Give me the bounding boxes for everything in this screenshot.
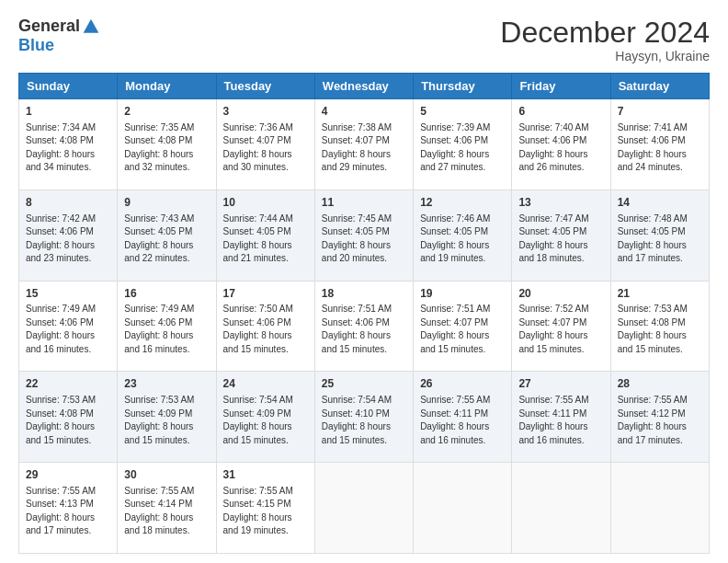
weekday-header: Friday <box>512 74 610 99</box>
day-number: 23 <box>124 376 209 392</box>
logo-blue: Blue <box>18 36 54 55</box>
calendar-day-cell: 29Sunrise: 7:55 AMSunset: 4:13 PMDayligh… <box>19 463 118 554</box>
day-number: 27 <box>518 376 603 392</box>
day-info: Sunrise: 7:54 AMSunset: 4:10 PMDaylight:… <box>322 395 392 445</box>
day-number: 1 <box>26 104 110 120</box>
day-info: Sunrise: 7:49 AMSunset: 4:06 PMDaylight:… <box>124 304 194 354</box>
svg-marker-0 <box>84 18 99 32</box>
month-title: December 2024 <box>500 17 710 49</box>
day-info: Sunrise: 7:55 AMSunset: 4:14 PMDaylight:… <box>124 486 194 536</box>
calendar-day-cell: 31Sunrise: 7:55 AMSunset: 4:15 PMDayligh… <box>216 463 314 554</box>
location: Haysyn, Ukraine <box>500 49 710 63</box>
day-number: 7 <box>618 104 702 120</box>
calendar-day-cell: 3Sunrise: 7:36 AMSunset: 4:07 PMDaylight… <box>216 99 314 190</box>
day-info: Sunrise: 7:52 AMSunset: 4:07 PMDaylight:… <box>518 304 588 354</box>
calendar-day-cell: 2Sunrise: 7:35 AMSunset: 4:08 PMDaylight… <box>118 99 216 190</box>
calendar-day-cell: 19Sunrise: 7:51 AMSunset: 4:07 PMDayligh… <box>414 281 512 372</box>
calendar-day-cell: 21Sunrise: 7:53 AMSunset: 4:08 PMDayligh… <box>610 281 709 372</box>
day-number: 11 <box>322 195 406 211</box>
day-number: 30 <box>124 467 209 483</box>
calendar-day-cell <box>314 463 413 554</box>
logo: General Blue <box>18 17 100 55</box>
calendar-day-cell: 26Sunrise: 7:55 AMSunset: 4:11 PMDayligh… <box>414 372 512 463</box>
day-info: Sunrise: 7:43 AMSunset: 4:05 PMDaylight:… <box>124 213 194 264</box>
day-number: 26 <box>420 376 505 392</box>
day-info: Sunrise: 7:54 AMSunset: 4:09 PMDaylight:… <box>223 395 293 445</box>
day-info: Sunrise: 7:42 AMSunset: 4:06 PMDaylight:… <box>26 213 96 264</box>
day-info: Sunrise: 7:46 AMSunset: 4:05 PMDaylight:… <box>420 213 490 264</box>
calendar-week-row: 15Sunrise: 7:49 AMSunset: 4:06 PMDayligh… <box>19 281 710 372</box>
day-number: 16 <box>124 286 209 302</box>
day-number: 15 <box>26 286 110 302</box>
day-info: Sunrise: 7:38 AMSunset: 4:07 PMDaylight:… <box>322 122 392 173</box>
calendar-day-cell: 17Sunrise: 7:50 AMSunset: 4:06 PMDayligh… <box>216 281 314 372</box>
calendar-day-cell: 10Sunrise: 7:44 AMSunset: 4:05 PMDayligh… <box>216 190 314 281</box>
day-info: Sunrise: 7:47 AMSunset: 4:05 PMDaylight:… <box>518 213 588 264</box>
weekday-header: Tuesday <box>216 74 314 99</box>
calendar-day-cell: 5Sunrise: 7:39 AMSunset: 4:06 PMDaylight… <box>414 99 512 190</box>
calendar-day-cell: 12Sunrise: 7:46 AMSunset: 4:05 PMDayligh… <box>414 190 512 281</box>
day-number: 9 <box>124 195 209 211</box>
day-number: 10 <box>223 195 308 211</box>
day-info: Sunrise: 7:55 AMSunset: 4:15 PMDaylight:… <box>223 486 293 536</box>
day-info: Sunrise: 7:36 AMSunset: 4:07 PMDaylight:… <box>223 122 293 173</box>
logo-icon <box>82 17 100 36</box>
calendar-day-cell: 7Sunrise: 7:41 AMSunset: 4:06 PMDaylight… <box>610 99 709 190</box>
day-number: 29 <box>26 467 110 483</box>
page: General Blue December 2024 Haysyn, Ukrai… <box>0 0 728 563</box>
day-info: Sunrise: 7:39 AMSunset: 4:06 PMDaylight:… <box>420 122 490 173</box>
calendar-week-row: 1Sunrise: 7:34 AMSunset: 4:08 PMDaylight… <box>19 99 710 190</box>
calendar-day-cell: 4Sunrise: 7:38 AMSunset: 4:07 PMDaylight… <box>314 99 413 190</box>
day-number: 3 <box>223 104 308 120</box>
calendar-week-row: 29Sunrise: 7:55 AMSunset: 4:13 PMDayligh… <box>19 463 710 554</box>
calendar-day-cell: 14Sunrise: 7:48 AMSunset: 4:05 PMDayligh… <box>610 190 709 281</box>
day-number: 13 <box>518 195 603 211</box>
day-info: Sunrise: 7:53 AMSunset: 4:08 PMDaylight:… <box>618 304 688 354</box>
day-info: Sunrise: 7:55 AMSunset: 4:11 PMDaylight:… <box>518 395 588 445</box>
weekday-header: Thursday <box>414 74 512 99</box>
day-number: 6 <box>518 104 603 120</box>
day-number: 20 <box>518 286 603 302</box>
day-info: Sunrise: 7:51 AMSunset: 4:06 PMDaylight:… <box>322 304 392 354</box>
weekday-header: Sunday <box>19 74 118 99</box>
day-info: Sunrise: 7:55 AMSunset: 4:11 PMDaylight:… <box>420 395 490 445</box>
calendar-day-cell: 27Sunrise: 7:55 AMSunset: 4:11 PMDayligh… <box>512 372 610 463</box>
day-number: 25 <box>322 376 406 392</box>
calendar-day-cell: 15Sunrise: 7:49 AMSunset: 4:06 PMDayligh… <box>19 281 118 372</box>
day-info: Sunrise: 7:40 AMSunset: 4:06 PMDaylight:… <box>518 122 588 173</box>
day-info: Sunrise: 7:45 AMSunset: 4:05 PMDaylight:… <box>322 213 392 264</box>
calendar-day-cell <box>610 463 709 554</box>
day-number: 28 <box>618 376 702 392</box>
calendar-day-cell: 6Sunrise: 7:40 AMSunset: 4:06 PMDaylight… <box>512 99 610 190</box>
day-number: 21 <box>618 286 702 302</box>
calendar-day-cell <box>414 463 512 554</box>
day-info: Sunrise: 7:41 AMSunset: 4:06 PMDaylight:… <box>618 122 688 173</box>
day-number: 8 <box>26 195 110 211</box>
calendar-day-cell: 23Sunrise: 7:53 AMSunset: 4:09 PMDayligh… <box>118 372 216 463</box>
day-info: Sunrise: 7:55 AMSunset: 4:12 PMDaylight:… <box>618 395 688 445</box>
calendar-day-cell: 8Sunrise: 7:42 AMSunset: 4:06 PMDaylight… <box>19 190 118 281</box>
day-number: 4 <box>322 104 406 120</box>
day-number: 5 <box>420 104 505 120</box>
day-number: 19 <box>420 286 505 302</box>
calendar-day-cell: 13Sunrise: 7:47 AMSunset: 4:05 PMDayligh… <box>512 190 610 281</box>
calendar-day-cell <box>512 463 610 554</box>
day-info: Sunrise: 7:44 AMSunset: 4:05 PMDaylight:… <box>223 213 293 264</box>
header: General Blue December 2024 Haysyn, Ukrai… <box>18 17 710 63</box>
calendar-day-cell: 11Sunrise: 7:45 AMSunset: 4:05 PMDayligh… <box>314 190 413 281</box>
calendar-day-cell: 18Sunrise: 7:51 AMSunset: 4:06 PMDayligh… <box>314 281 413 372</box>
calendar-week-row: 8Sunrise: 7:42 AMSunset: 4:06 PMDaylight… <box>19 190 710 281</box>
day-number: 2 <box>124 104 209 120</box>
logo-general: General <box>18 17 80 36</box>
day-number: 31 <box>223 467 308 483</box>
day-info: Sunrise: 7:53 AMSunset: 4:09 PMDaylight:… <box>124 395 194 445</box>
calendar-day-cell: 20Sunrise: 7:52 AMSunset: 4:07 PMDayligh… <box>512 281 610 372</box>
calendar-day-cell: 16Sunrise: 7:49 AMSunset: 4:06 PMDayligh… <box>118 281 216 372</box>
calendar-day-cell: 25Sunrise: 7:54 AMSunset: 4:10 PMDayligh… <box>314 372 413 463</box>
calendar-day-cell: 28Sunrise: 7:55 AMSunset: 4:12 PMDayligh… <box>610 372 709 463</box>
day-info: Sunrise: 7:34 AMSunset: 4:08 PMDaylight:… <box>26 122 96 173</box>
calendar-table: SundayMondayTuesdayWednesdayThursdayFrid… <box>18 73 710 554</box>
calendar-day-cell: 24Sunrise: 7:54 AMSunset: 4:09 PMDayligh… <box>216 372 314 463</box>
calendar-week-row: 22Sunrise: 7:53 AMSunset: 4:08 PMDayligh… <box>19 372 710 463</box>
calendar-header-row: SundayMondayTuesdayWednesdayThursdayFrid… <box>19 74 710 99</box>
